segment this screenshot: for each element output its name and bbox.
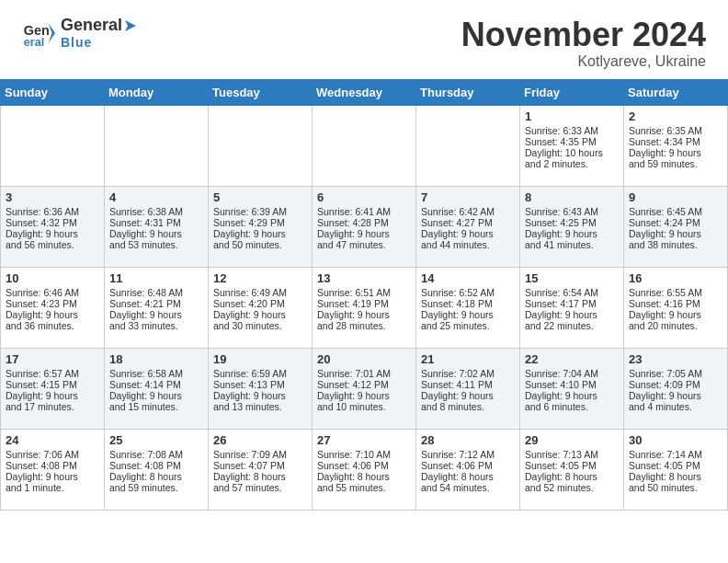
calendar-header-row: SundayMondayTuesdayWednesdayThursdayFrid… [1, 79, 728, 105]
day-info: Sunset: 4:07 PM [213, 460, 307, 471]
calendar-week-row: 10Sunrise: 6:46 AMSunset: 4:23 PMDayligh… [1, 267, 728, 348]
day-info: Daylight: 9 hours [6, 471, 99, 482]
day-info: Sunset: 4:34 PM [629, 136, 722, 147]
day-number: 18 [109, 352, 203, 366]
day-number: 28 [421, 433, 515, 447]
calendar-week-row: 3Sunrise: 6:36 AMSunset: 4:32 PMDaylight… [1, 186, 728, 267]
day-info: Sunrise: 7:10 AM [317, 449, 411, 460]
day-info: and 38 minutes. [629, 239, 722, 250]
day-info: Sunrise: 6:54 AM [525, 287, 619, 298]
day-info: Sunset: 4:20 PM [213, 298, 307, 309]
day-info: Sunrise: 7:05 AM [629, 368, 722, 379]
day-info: Daylight: 9 hours [629, 390, 722, 401]
day-info: Sunrise: 6:42 AM [421, 206, 515, 217]
day-info: Sunset: 4:08 PM [6, 460, 99, 471]
day-info: Sunset: 4:17 PM [525, 298, 619, 309]
day-info: Daylight: 9 hours [525, 228, 619, 239]
day-info: Sunset: 4:05 PM [525, 460, 619, 471]
day-info: Sunset: 4:29 PM [213, 217, 307, 228]
day-info: Sunrise: 6:52 AM [421, 287, 515, 298]
day-info: Sunrise: 7:09 AM [213, 449, 307, 460]
day-info: and 53 minutes. [109, 239, 203, 250]
calendar-cell: 1Sunrise: 6:33 AMSunset: 4:35 PMDaylight… [520, 105, 624, 186]
logo-text-block: General Blue [61, 17, 138, 50]
day-info: Sunrise: 6:45 AM [629, 206, 722, 217]
calendar-cell: 9Sunrise: 6:45 AMSunset: 4:24 PMDaylight… [624, 186, 728, 267]
day-number: 27 [317, 433, 411, 447]
day-number: 17 [6, 352, 99, 366]
day-info: Daylight: 9 hours [109, 228, 203, 239]
day-number: 2 [629, 109, 722, 123]
day-number: 15 [525, 271, 619, 285]
calendar-cell: 25Sunrise: 7:08 AMSunset: 4:08 PMDayligh… [105, 429, 209, 510]
day-info: Sunrise: 6:41 AM [317, 206, 411, 217]
day-info: Daylight: 8 hours [109, 471, 203, 482]
calendar-cell: 23Sunrise: 7:05 AMSunset: 4:09 PMDayligh… [624, 348, 728, 429]
day-info: Sunrise: 6:49 AM [213, 287, 307, 298]
day-info: and 36 minutes. [6, 320, 99, 331]
svg-text:Gen: Gen [24, 23, 50, 38]
day-info: and 28 minutes. [317, 320, 411, 331]
day-info: Sunset: 4:35 PM [525, 136, 619, 147]
day-number: 20 [317, 352, 411, 366]
calendar-week-row: 1Sunrise: 6:33 AMSunset: 4:35 PMDaylight… [1, 105, 728, 186]
calendar-cell: 24Sunrise: 7:06 AMSunset: 4:08 PMDayligh… [1, 429, 105, 510]
day-number: 23 [629, 352, 722, 366]
calendar-cell [1, 105, 105, 186]
day-info: and 1 minute. [6, 482, 99, 493]
day-info: and 44 minutes. [421, 239, 515, 250]
day-info: Daylight: 9 hours [421, 228, 515, 239]
calendar-cell: 30Sunrise: 7:14 AMSunset: 4:05 PMDayligh… [624, 429, 728, 510]
calendar-cell [313, 105, 416, 186]
day-info: Sunset: 4:32 PM [6, 217, 99, 228]
day-number: 4 [109, 190, 203, 204]
svg-marker-3 [125, 20, 136, 31]
calendar-cell: 3Sunrise: 6:36 AMSunset: 4:32 PMDaylight… [1, 186, 105, 267]
day-info: Daylight: 9 hours [6, 309, 99, 320]
day-info: Sunset: 4:08 PM [109, 460, 203, 471]
calendar-cell: 22Sunrise: 7:04 AMSunset: 4:10 PMDayligh… [520, 348, 624, 429]
calendar-cell: 26Sunrise: 7:09 AMSunset: 4:07 PMDayligh… [209, 429, 313, 510]
calendar-cell: 6Sunrise: 6:41 AMSunset: 4:28 PMDaylight… [313, 186, 416, 267]
day-info: Sunrise: 7:12 AM [421, 449, 515, 460]
calendar-cell: 14Sunrise: 6:52 AMSunset: 4:18 PMDayligh… [416, 267, 520, 348]
day-info: Sunset: 4:06 PM [317, 460, 411, 471]
day-info: Sunrise: 7:14 AM [629, 449, 722, 460]
weekday-header: Sunday [1, 79, 105, 105]
day-info: Sunset: 4:24 PM [629, 217, 722, 228]
day-number: 11 [109, 271, 203, 285]
calendar-cell [416, 105, 520, 186]
day-info: Daylight: 9 hours [629, 228, 722, 239]
day-number: 12 [213, 271, 307, 285]
calendar-cell: 2Sunrise: 6:35 AMSunset: 4:34 PMDaylight… [624, 105, 728, 186]
day-info: Sunset: 4:13 PM [213, 379, 307, 390]
day-info: and 17 minutes. [6, 401, 99, 412]
day-info: Sunset: 4:19 PM [317, 298, 411, 309]
day-info: Daylight: 9 hours [421, 390, 515, 401]
title-block: November 2024 Kotlyareve, Ukraine [461, 17, 706, 70]
day-number: 24 [6, 433, 99, 447]
day-info: Sunset: 4:15 PM [6, 379, 99, 390]
calendar-wrapper: SundayMondayTuesdayWednesdayThursdayFrid… [0, 79, 728, 520]
day-info: Sunrise: 6:59 AM [213, 368, 307, 379]
day-info: Sunrise: 6:51 AM [317, 287, 411, 298]
logo-blue: Blue [61, 35, 92, 50]
day-info: Sunrise: 7:01 AM [317, 368, 411, 379]
calendar-cell: 7Sunrise: 6:42 AMSunset: 4:27 PMDaylight… [416, 186, 520, 267]
day-info: Daylight: 9 hours [6, 390, 99, 401]
calendar-cell: 10Sunrise: 6:46 AMSunset: 4:23 PMDayligh… [1, 267, 105, 348]
day-info: and 57 minutes. [213, 482, 307, 493]
day-info: Sunset: 4:27 PM [421, 217, 515, 228]
day-info: Daylight: 9 hours [317, 228, 411, 239]
calendar-cell: 11Sunrise: 6:48 AMSunset: 4:21 PMDayligh… [105, 267, 209, 348]
day-number: 8 [525, 190, 619, 204]
day-info: Sunset: 4:21 PM [109, 298, 203, 309]
day-info: Sunset: 4:11 PM [421, 379, 515, 390]
calendar-cell: 27Sunrise: 7:10 AMSunset: 4:06 PMDayligh… [313, 429, 416, 510]
weekday-header: Saturday [624, 79, 728, 105]
day-number: 30 [629, 433, 722, 447]
weekday-header: Wednesday [313, 79, 416, 105]
day-number: 9 [629, 190, 722, 204]
day-info: and 10 minutes. [317, 401, 411, 412]
day-info: Sunrise: 7:08 AM [109, 449, 203, 460]
